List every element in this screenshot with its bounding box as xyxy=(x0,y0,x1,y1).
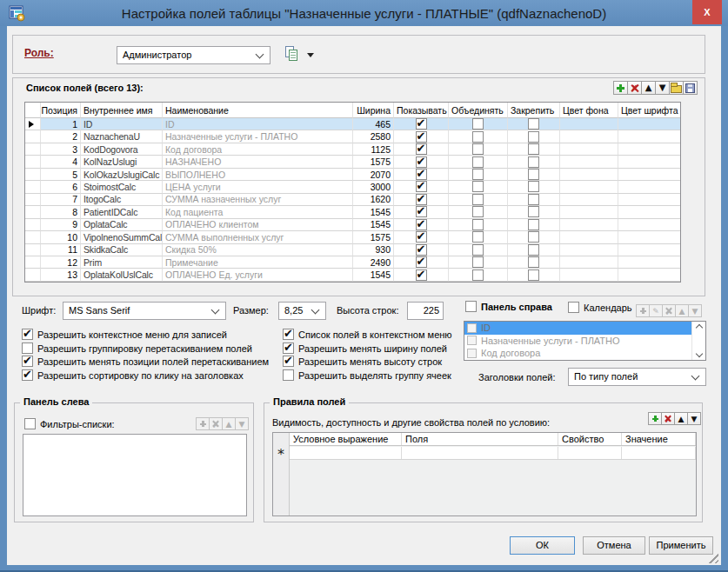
cell-caption[interactable]: ВЫПОЛНЕНО xyxy=(163,169,353,181)
cell-merge[interactable] xyxy=(449,206,508,218)
cell-show-checkbox[interactable] xyxy=(416,219,427,230)
add-button[interactable] xyxy=(613,81,628,95)
option-row[interactable]: Разрешить менять позиции полей перетаски… xyxy=(22,356,269,367)
filters-checkbox[interactable] xyxy=(24,418,36,429)
cell-merge[interactable] xyxy=(449,194,508,206)
cell-bg-color[interactable] xyxy=(560,118,618,130)
cell-font-color[interactable] xyxy=(618,118,680,130)
filters-option[interactable]: Фильтры-списки: xyxy=(24,418,115,429)
cell-pin-checkbox[interactable] xyxy=(528,256,539,268)
option-checkbox[interactable] xyxy=(22,356,33,367)
role-select[interactable]: Администратор xyxy=(117,46,270,64)
cell-width[interactable]: 2070 xyxy=(353,169,394,181)
cell-internal-name[interactable]: ID xyxy=(81,118,163,130)
cell-internal-name[interactable]: Prim xyxy=(81,256,163,269)
cell-bg-color[interactable] xyxy=(560,219,618,231)
cell-internal-name[interactable]: KolOkazUslugiCalc xyxy=(81,169,163,181)
cell-show-checkbox[interactable] xyxy=(416,231,427,243)
save-button[interactable] xyxy=(683,81,698,95)
cell-font-color[interactable] xyxy=(618,143,680,156)
cell-bg-color[interactable] xyxy=(560,130,618,143)
table-row[interactable]: 11SkidkaCalcСкидка 50%930 xyxy=(25,244,680,256)
option-checkbox[interactable] xyxy=(283,329,294,340)
move-down-button[interactable]: ▼ xyxy=(655,81,670,95)
cell-merge[interactable] xyxy=(449,130,508,143)
cell-show-checkbox[interactable] xyxy=(416,244,427,256)
cell-position[interactable]: 9 xyxy=(41,219,81,231)
cell-font-color[interactable] xyxy=(618,194,680,206)
fields-listbox[interactable]: IDНазначенные услуги - ПЛАТНОКод договор… xyxy=(464,321,706,361)
cell-pin[interactable] xyxy=(508,219,560,231)
column-header[interactable]: Цвет фона xyxy=(560,103,618,118)
column-header[interactable]: Позиция xyxy=(41,103,81,118)
cell-pin[interactable] xyxy=(508,194,560,206)
cell-merge-checkbox[interactable] xyxy=(472,156,484,168)
cell-bg-color[interactable] xyxy=(560,169,618,181)
cell-show[interactable] xyxy=(394,256,449,269)
cell-position[interactable]: 3 xyxy=(41,143,81,156)
table-row[interactable]: 4KolNazUslugiНАЗНАЧЕНО1575 xyxy=(25,156,680,168)
cell-pin[interactable] xyxy=(508,206,560,218)
cell-internal-name[interactable]: SkidkaCalc xyxy=(81,244,163,256)
cell-font-color[interactable] xyxy=(618,169,680,181)
column-header[interactable]: Внутреннее имя xyxy=(81,103,163,118)
row-selector[interactable] xyxy=(25,219,41,231)
cell-font-color[interactable] xyxy=(618,130,680,143)
option-row[interactable]: Разрешить сортировку по клику на заголов… xyxy=(22,369,244,381)
font-select[interactable]: MS Sans Serif xyxy=(63,302,226,320)
close-button[interactable]: X xyxy=(692,0,722,24)
cell-pin[interactable] xyxy=(508,231,560,243)
cell-pin[interactable] xyxy=(508,118,560,130)
cell-merge[interactable] xyxy=(449,118,508,130)
size-select[interactable]: 8,25 xyxy=(278,302,326,320)
cell-merge-checkbox[interactable] xyxy=(472,169,484,180)
cell-show[interactable] xyxy=(394,118,449,130)
row-selector[interactable] xyxy=(25,231,41,243)
cell-pin[interactable] xyxy=(508,156,560,168)
cell-pin-checkbox[interactable] xyxy=(528,156,539,168)
scrollbar[interactable] xyxy=(691,322,705,360)
option-checkbox[interactable] xyxy=(22,343,33,354)
cell-show[interactable] xyxy=(394,143,449,156)
cell-caption[interactable]: Код пациента xyxy=(163,206,353,218)
cell-show-checkbox[interactable] xyxy=(416,269,427,281)
cell-internal-name[interactable]: KolNazUslugi xyxy=(81,156,163,168)
cell-position[interactable]: 6 xyxy=(41,181,81,193)
cell-width[interactable]: 1575 xyxy=(353,156,394,168)
cell-pin[interactable] xyxy=(508,181,560,193)
cell-merge-checkbox[interactable] xyxy=(472,231,484,243)
cell-width[interactable]: 1545 xyxy=(353,219,394,231)
cell-show-checkbox[interactable] xyxy=(416,194,427,205)
table-row[interactable]: 12PrimПримечание2490 xyxy=(25,256,680,269)
cell-internal-name[interactable]: OplataCalc xyxy=(81,219,163,231)
cell-merge[interactable] xyxy=(449,231,508,243)
table-row[interactable]: 13OplataKolUslCalcОПЛАЧЕНО Ед. услуги154… xyxy=(25,269,680,281)
cell-bg-color[interactable] xyxy=(560,231,618,243)
panel-right-checkbox[interactable] xyxy=(465,301,477,312)
cell-font-color[interactable] xyxy=(618,269,680,281)
cell-width[interactable]: 2490 xyxy=(353,256,394,269)
option-row[interactable]: Разрешить выделять группу ячеек xyxy=(283,369,451,381)
cell-font-color[interactable] xyxy=(618,156,680,168)
cell-show-checkbox[interactable] xyxy=(416,169,427,180)
headers-select[interactable]: По типу полей xyxy=(568,368,706,386)
cell-show-checkbox[interactable] xyxy=(416,118,427,130)
move-up-button[interactable]: ▲ xyxy=(641,81,656,95)
cell-width[interactable]: 1575 xyxy=(353,231,394,243)
list-item[interactable]: Назначенные услуги - ПЛАТНО xyxy=(464,335,705,348)
cell-merge-checkbox[interactable] xyxy=(472,206,484,217)
option-row[interactable]: Разрешить менять высоту строк xyxy=(283,356,442,367)
row-selector[interactable] xyxy=(25,130,41,143)
rules-cell[interactable] xyxy=(622,447,696,459)
cell-merge[interactable] xyxy=(449,256,508,269)
cell-internal-name[interactable]: PatientIDCalc xyxy=(81,206,163,218)
row-selector[interactable] xyxy=(25,156,41,168)
row-selector[interactable] xyxy=(25,118,41,130)
calendar-checkbox[interactable] xyxy=(568,302,579,313)
cell-bg-color[interactable] xyxy=(560,206,618,218)
option-row[interactable]: Список полей в контекстном меню xyxy=(283,329,452,340)
cell-pin[interactable] xyxy=(508,143,560,156)
calendar-option[interactable]: Календарь xyxy=(568,302,632,313)
cell-bg-color[interactable] xyxy=(560,181,618,193)
cell-position[interactable]: 5 xyxy=(41,169,81,181)
